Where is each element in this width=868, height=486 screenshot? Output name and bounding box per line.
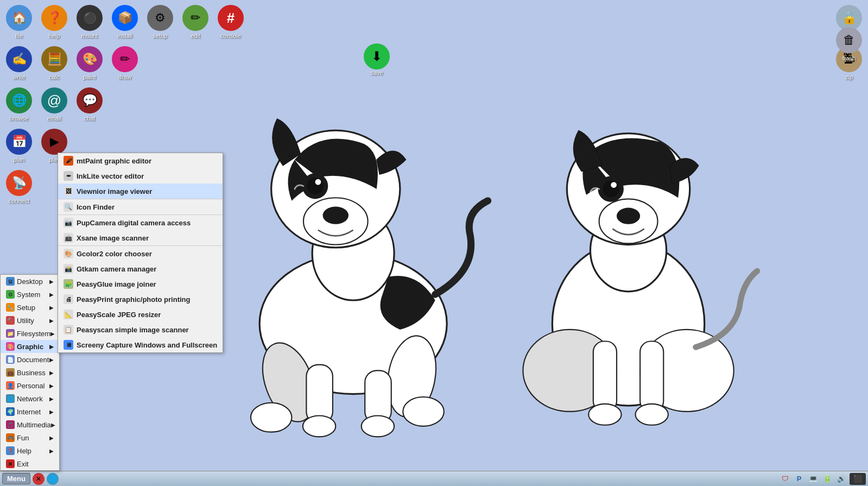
icon-edit[interactable]: ✏ edit bbox=[179, 3, 212, 41]
screeny-icon: 🖥 bbox=[64, 340, 73, 350]
exit-menu-icon: ✖ bbox=[6, 459, 15, 468]
menu-item-help[interactable]: ❓ Help ▶ bbox=[1, 444, 59, 457]
menu-item-system[interactable]: ⚙ System ▶ bbox=[1, 288, 59, 301]
svg-point-8 bbox=[362, 415, 394, 437]
menu-item-desktop[interactable]: 🖥 Desktop ▶ bbox=[1, 275, 59, 288]
icon-console[interactable]: # console bbox=[214, 3, 247, 41]
icon-mount[interactable]: ⚫ mount bbox=[73, 3, 106, 41]
setup-label: setup bbox=[153, 33, 168, 39]
icon-email[interactable]: @ email bbox=[38, 85, 71, 124]
menu-item-fun[interactable]: 🎮 Fun ▶ bbox=[1, 431, 59, 444]
gcolor2-icon: 🎨 bbox=[64, 249, 73, 258]
install-label: install bbox=[117, 33, 132, 39]
menu-item-filesystem[interactable]: 📁 Filesystem ▶ bbox=[1, 327, 59, 340]
mtpaint-icon: 🖌 bbox=[64, 156, 73, 166]
gtkam-icon: 📸 bbox=[64, 264, 73, 274]
icon-setup[interactable]: ⚙ setup bbox=[144, 3, 176, 41]
taskbar-battery-icon[interactable]: 🔋 bbox=[821, 473, 833, 485]
console-icon: # bbox=[218, 5, 244, 31]
peasyscan-icon: 📋 bbox=[64, 325, 73, 334]
svg-rect-21 bbox=[640, 342, 663, 412]
submenu-peasyscale[interactable]: 📐 PeasyScale JPEG resizer bbox=[58, 307, 223, 322]
svg-rect-5 bbox=[306, 365, 333, 424]
menu-item-network[interactable]: 🌐 Network ▶ bbox=[1, 392, 59, 405]
taskbar-screen-icon[interactable]: ⬛ bbox=[850, 473, 866, 485]
multimedia-menu-icon: 🎵 bbox=[6, 420, 15, 429]
inklite-icon: ✒ bbox=[64, 171, 73, 181]
submenu-peasyglue[interactable]: 🧩 PeasyGlue image joiner bbox=[58, 276, 223, 292]
submenu-viewnior[interactable]: 🖼 Viewnior image viewer bbox=[58, 184, 223, 199]
taskbar-menu-button[interactable]: Menu bbox=[2, 473, 30, 484]
taskbar-right: 🛡 P 💻 🔋 🔊 ⬛ bbox=[779, 473, 866, 485]
icon-install[interactable]: 📦 install bbox=[109, 3, 141, 41]
submenu-screeny[interactable]: 🖥 Screeny Capture Windows and Fullscreen bbox=[58, 337, 223, 352]
icon-browse[interactable]: 🌐 browse bbox=[3, 85, 35, 124]
submenu-mtpaint[interactable]: 🖌 mtPaint graphic editor bbox=[58, 153, 223, 168]
icon-write[interactable]: ✍ write bbox=[3, 44, 35, 83]
edit-icon: ✏ bbox=[182, 5, 208, 31]
submenu-peasyprint[interactable]: 🖨 PeasyPrint graphic/photo printing bbox=[58, 292, 223, 307]
right-puppy bbox=[523, 130, 757, 425]
internet-menu-icon: 🌍 bbox=[6, 407, 15, 416]
menu-item-internet[interactable]: 🌍 Internet ▶ bbox=[1, 405, 59, 418]
chat-label: chat bbox=[84, 115, 96, 122]
setup-menu-icon: 🔧 bbox=[6, 303, 15, 312]
system-menu-icon: ⚙ bbox=[6, 290, 15, 299]
help-icon: ❓ bbox=[41, 5, 67, 31]
icon-chat[interactable]: 💬 chat bbox=[73, 85, 106, 124]
svg-point-20 bbox=[588, 404, 621, 425]
write-icon: ✍ bbox=[6, 46, 32, 72]
submenu-pupcamera[interactable]: 📷 PupCamera digital camera access bbox=[58, 215, 223, 230]
menu-item-business[interactable]: 💼 Business ▶ bbox=[1, 366, 59, 379]
taskbar-monitor-icon[interactable]: 💻 bbox=[807, 473, 819, 485]
menu-item-personal[interactable]: 👤 Personal ▶ bbox=[1, 379, 59, 392]
trash-label: trash bbox=[842, 55, 856, 61]
viewnior-icon: 🖼 bbox=[64, 186, 73, 196]
menu-item-multimedia[interactable]: 🎵 Multimedia ▶ bbox=[1, 418, 59, 431]
draw-label: draw bbox=[118, 74, 131, 80]
icon-calc[interactable]: 🧮 calc bbox=[38, 44, 71, 83]
submenu-gtkam[interactable]: 📸 Gtkam camera manager bbox=[58, 261, 223, 276]
taskbar-shield-icon[interactable]: 🛡 bbox=[779, 473, 791, 485]
paint-label: paint bbox=[83, 74, 96, 80]
svg-point-15 bbox=[323, 206, 349, 224]
plan-icon: 📅 bbox=[6, 129, 32, 155]
icon-help[interactable]: ❓ help bbox=[38, 3, 71, 41]
icon-draw[interactable]: ✏ draw bbox=[109, 44, 141, 83]
submenu-gcolor2[interactable]: 🎨 Gcolor2 color chooser bbox=[58, 246, 223, 261]
menu-item-setup[interactable]: 🔧 Setup ▶ bbox=[1, 301, 59, 314]
icon-paint[interactable]: 🎨 paint bbox=[73, 44, 106, 83]
icon-plan[interactable]: 📅 plan bbox=[3, 127, 35, 165]
puppies-svg bbox=[147, 54, 841, 464]
desktop: 🏠 file ❓ help ⚫ mount 📦 install ⚙ setup bbox=[0, 0, 868, 486]
iconfinder-icon: 🔍 bbox=[64, 202, 73, 212]
taskbar-globe-icon[interactable]: 🌐 bbox=[47, 473, 59, 485]
personal-menu-icon: 👤 bbox=[6, 381, 15, 390]
taskbar-x-icon[interactable]: ✕ bbox=[33, 473, 45, 485]
taskbar-volume-icon[interactable]: 🔊 bbox=[835, 473, 847, 485]
submenu-inklite[interactable]: ✒ InkLite vector editor bbox=[58, 168, 223, 184]
icon-row-1: 🏠 file ❓ help ⚫ mount 📦 install ⚙ setup bbox=[3, 3, 247, 41]
menu-item-exit[interactable]: ✖ Exit bbox=[1, 457, 59, 470]
filesystem-menu-icon: 📁 bbox=[6, 329, 15, 338]
icon-connect[interactable]: 📡 connect bbox=[3, 168, 35, 206]
file-label: file bbox=[15, 33, 23, 39]
menu-item-utility[interactable]: 🔨 Utility ▶ bbox=[1, 314, 59, 327]
connect-label: connect bbox=[9, 198, 30, 204]
taskbar-p-icon[interactable]: P bbox=[793, 473, 805, 485]
pupcamera-icon: 📷 bbox=[64, 218, 73, 228]
submenu-iconfinder[interactable]: 🔍 Icon Finder bbox=[58, 199, 223, 214]
utility-menu-icon: 🔨 bbox=[6, 316, 15, 325]
submenu-peasyscan[interactable]: 📋 Peasyscan simple image scanner bbox=[58, 322, 223, 337]
svg-point-12 bbox=[307, 178, 323, 194]
fun-menu-icon: 🎮 bbox=[6, 433, 15, 442]
menu-item-document[interactable]: 📄 Document ▶ bbox=[1, 353, 59, 366]
play-icon: ▶ bbox=[41, 129, 67, 155]
icon-file[interactable]: 🏠 file bbox=[3, 3, 35, 41]
submenu-xsane[interactable]: 📠 Xsane image scanner bbox=[58, 230, 223, 245]
svg-point-29 bbox=[617, 208, 640, 224]
peasyglue-icon: 🧩 bbox=[64, 279, 73, 289]
menu-item-graphic[interactable]: 🎨 Graphic ▶ 🖌 mtPaint graphic editor ✒ I… bbox=[1, 340, 59, 353]
zip-label: zip bbox=[845, 74, 853, 80]
trash-icon: 🗑 bbox=[836, 27, 862, 53]
